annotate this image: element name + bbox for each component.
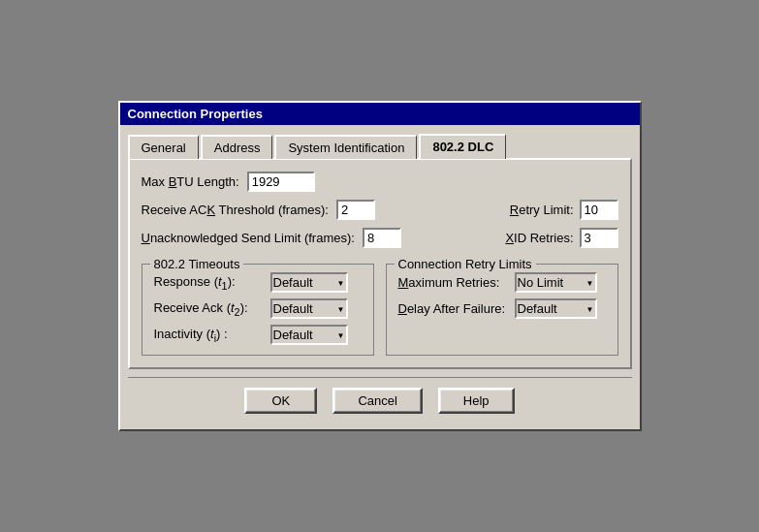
tab-address[interactable]: Address xyxy=(201,135,273,159)
timeouts-group-title: 802.2 Timeouts xyxy=(150,257,244,271)
help-button[interactable]: Help xyxy=(438,388,515,414)
receive-ack-timeout-select[interactable]: Default 5 sec 10 sec 20 sec xyxy=(270,298,348,319)
receive-ack-timeout-row: Receive Ack (t2): Default 5 sec 10 sec 2… xyxy=(154,298,362,319)
max-retries-label: Maximum Retries: xyxy=(398,275,515,290)
max-retries-select[interactable]: No Limit 1 2 3 5 10 xyxy=(515,272,597,293)
tab-dlc[interactable]: 802.2 DLC xyxy=(419,134,506,159)
connection-properties-window: Connection Properties General Address Sy… xyxy=(118,101,642,431)
receive-ack-timeout-label: Receive Ack (t2): xyxy=(154,300,270,318)
cancel-button[interactable]: Cancel xyxy=(332,388,422,414)
unack-label: Unacknowledged Send Limit (frames): xyxy=(142,231,355,245)
unack-input[interactable] xyxy=(363,228,401,248)
max-btu-input[interactable] xyxy=(247,172,315,192)
inactivity-label: Inactivity (ti) : xyxy=(154,327,270,344)
max-btu-row: Max BTU Length: xyxy=(142,172,618,192)
xid-label: XID Retries: xyxy=(505,231,573,245)
receive-ack-row: Receive ACK Threshold (frames): Retry Li… xyxy=(142,200,618,220)
window-content: General Address System Identification 80… xyxy=(120,125,640,429)
max-retries-select-wrapper: No Limit 1 2 3 5 10 xyxy=(515,272,597,293)
max-retries-row: Maximum Retries: No Limit 1 2 3 5 10 xyxy=(398,272,606,293)
tab-system-identification[interactable]: System Identification xyxy=(274,135,417,159)
retry-limits-group-title: Connection Retry Limits xyxy=(395,257,536,271)
xid-input[interactable] xyxy=(580,228,618,248)
max-btu-label: Max BTU Length: xyxy=(142,174,239,189)
tab-general[interactable]: General xyxy=(128,135,199,159)
response-select-wrapper: Default 5 sec 10 sec 20 sec xyxy=(270,272,348,293)
delay-after-failure-label: Delay After Failure: xyxy=(398,301,515,316)
ok-button[interactable]: OK xyxy=(244,388,317,414)
title-bar: Connection Properties xyxy=(120,103,640,125)
timeouts-group: 802.2 Timeouts Response (t1): Default 5 … xyxy=(142,264,374,356)
tab-panel: Max BTU Length: Receive ACK Threshold (f… xyxy=(128,158,632,369)
retry-limit-label: Retry Limit: xyxy=(510,203,574,217)
window-title: Connection Properties xyxy=(128,107,263,121)
response-label: Response (t1): xyxy=(154,274,270,292)
delay-after-failure-select-wrapper: Default 5 sec 10 sec 20 sec xyxy=(515,298,597,319)
retry-limits-group: Connection Retry Limits Maximum Retries:… xyxy=(386,264,618,356)
response-select[interactable]: Default 5 sec 10 sec 20 sec xyxy=(270,272,348,293)
retry-limit-input[interactable] xyxy=(580,200,618,220)
tab-bar: General Address System Identification 80… xyxy=(128,133,632,158)
receive-ack-label: Receive ACK Threshold (frames): xyxy=(142,203,329,217)
inactivity-row: Inactivity (ti) : Default 5 sec 10 sec 2… xyxy=(154,325,362,345)
receive-ack-timeout-select-wrapper: Default 5 sec 10 sec 20 sec xyxy=(270,298,348,319)
unack-row: Unacknowledged Send Limit (frames): XID … xyxy=(142,228,618,248)
button-bar: OK Cancel Help xyxy=(128,377,632,422)
inactivity-select-wrapper: Default 5 sec 10 sec 20 sec xyxy=(270,325,348,345)
delay-after-failure-row: Delay After Failure: Default 5 sec 10 se… xyxy=(398,298,606,319)
receive-ack-input[interactable] xyxy=(336,200,375,220)
groups-row: 802.2 Timeouts Response (t1): Default 5 … xyxy=(142,256,618,356)
delay-after-failure-select[interactable]: Default 5 sec 10 sec 20 sec xyxy=(515,298,597,319)
response-row: Response (t1): Default 5 sec 10 sec 20 s… xyxy=(154,272,362,293)
inactivity-select[interactable]: Default 5 sec 10 sec 20 sec xyxy=(270,325,348,345)
